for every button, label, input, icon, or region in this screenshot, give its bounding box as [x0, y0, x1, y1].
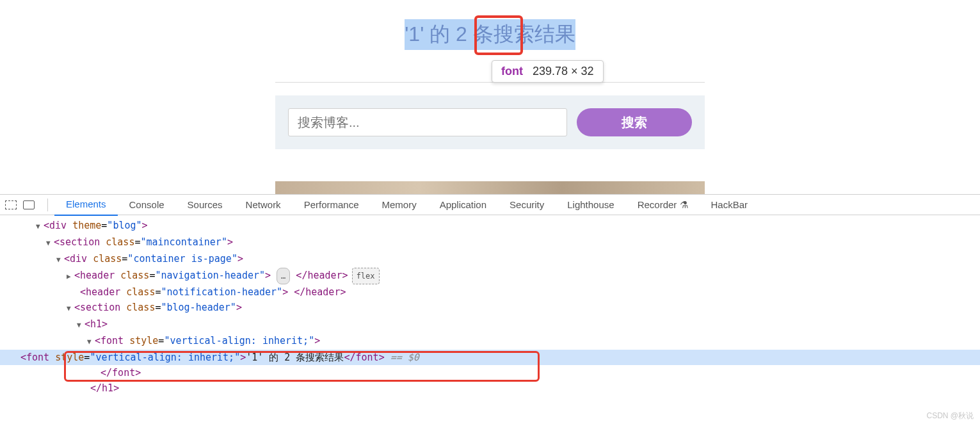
tab-memory[interactable]: Memory: [371, 195, 428, 215]
ellipsis-badge[interactable]: …: [277, 268, 290, 284]
inspect-tooltip: font 239.78 × 32: [492, 60, 604, 83]
search-button[interactable]: 搜索: [577, 108, 692, 136]
divider: [275, 82, 705, 83]
elements-dom-tree[interactable]: ••• <div theme="blog"> <section class="m…: [0, 215, 980, 409]
separator: [47, 199, 48, 211]
tooltip-tagname: font: [501, 65, 523, 77]
annotation-box-heading: [474, 15, 523, 55]
tab-lighthouse[interactable]: Lighthouse: [556, 195, 625, 215]
expand-icon[interactable]: [67, 269, 74, 284]
flask-icon: ⚗: [680, 199, 688, 210]
dom-node[interactable]: <section class="blog-header">: [26, 300, 980, 316]
devtools-panel: Elements Console Sources Network Perform…: [0, 194, 980, 409]
dom-node[interactable]: <header class="notification-header"> </h…: [26, 284, 980, 300]
dom-node[interactable]: <h1>: [26, 316, 980, 333]
search-area: 搜索: [275, 95, 705, 149]
expand-icon[interactable]: [77, 318, 84, 333]
dom-node[interactable]: <header class="navigation-header"> … </h…: [26, 268, 980, 284]
tooltip-dimensions: 239.78 × 32: [533, 65, 594, 77]
search-input[interactable]: [288, 108, 567, 136]
tab-security[interactable]: Security: [498, 195, 556, 215]
dom-node[interactable]: <section class="maincontainer">: [26, 234, 980, 251]
tab-sources[interactable]: Sources: [176, 195, 234, 215]
tab-hackbar[interactable]: HackBar: [700, 195, 760, 215]
expand-icon[interactable]: [87, 334, 95, 350]
tab-network[interactable]: Network: [234, 195, 293, 215]
inspect-icon[interactable]: [5, 200, 17, 209]
tab-performance[interactable]: Performance: [293, 195, 371, 215]
tab-recorder[interactable]: Recorder ⚗: [626, 195, 700, 215]
flex-badge[interactable]: flex: [352, 268, 380, 284]
expand-icon[interactable]: [67, 301, 74, 316]
tab-application[interactable]: Application: [428, 195, 498, 215]
devtools-tabbar: Elements Console Sources Network Perform…: [0, 195, 980, 215]
tab-console[interactable]: Console: [118, 195, 176, 215]
dom-node[interactable]: <div class="container is-page">: [26, 251, 980, 268]
page-content: '1' 的 2 条搜索结果 font 239.78 × 32 搜索: [0, 0, 980, 194]
expand-icon[interactable]: [36, 219, 44, 234]
tab-elements[interactable]: Elements: [54, 194, 118, 216]
dom-node[interactable]: <div theme="blog">: [26, 218, 980, 234]
dom-node[interactable]: <font style="vertical-align: inherit;">: [26, 333, 980, 350]
dom-node[interactable]: </h1>: [26, 380, 980, 396]
annotation-box-code: [64, 351, 540, 382]
expand-icon[interactable]: [46, 236, 54, 251]
expand-icon[interactable]: [56, 252, 64, 268]
image-banner: [275, 181, 705, 194]
device-toggle-icon[interactable]: [23, 200, 35, 209]
